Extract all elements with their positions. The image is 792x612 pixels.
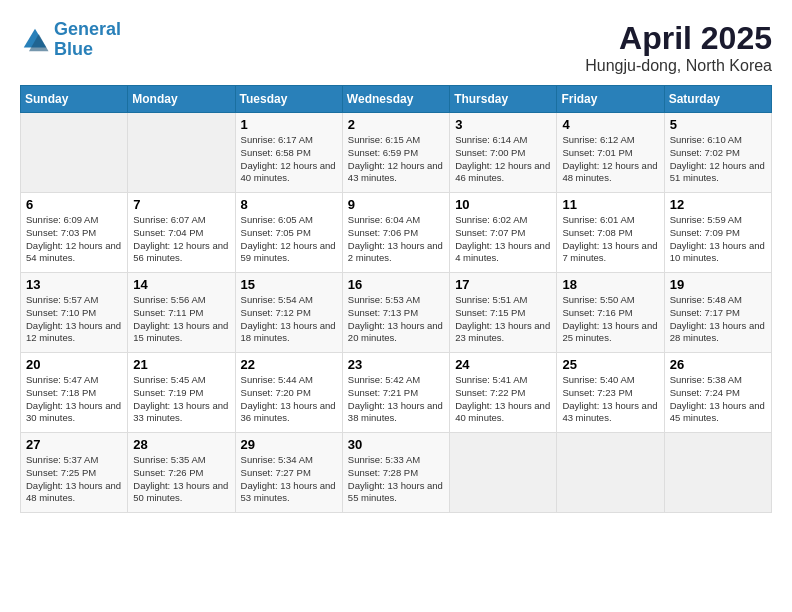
calendar-week-row: 13Sunrise: 5:57 AMSunset: 7:10 PMDayligh… [21, 273, 772, 353]
weekday-header: Tuesday [235, 86, 342, 113]
day-number: 30 [348, 437, 444, 452]
calendar-cell: 16Sunrise: 5:53 AMSunset: 7:13 PMDayligh… [342, 273, 449, 353]
day-number: 23 [348, 357, 444, 372]
weekday-header: Sunday [21, 86, 128, 113]
calendar-week-row: 1Sunrise: 6:17 AMSunset: 6:58 PMDaylight… [21, 113, 772, 193]
day-number: 9 [348, 197, 444, 212]
weekday-header: Saturday [664, 86, 771, 113]
day-info: Sunrise: 5:41 AMSunset: 7:22 PMDaylight:… [455, 374, 551, 425]
day-number: 8 [241, 197, 337, 212]
day-info: Sunrise: 5:34 AMSunset: 7:27 PMDaylight:… [241, 454, 337, 505]
calendar-cell: 12Sunrise: 5:59 AMSunset: 7:09 PMDayligh… [664, 193, 771, 273]
day-number: 10 [455, 197, 551, 212]
calendar-cell: 5Sunrise: 6:10 AMSunset: 7:02 PMDaylight… [664, 113, 771, 193]
calendar-cell: 1Sunrise: 6:17 AMSunset: 6:58 PMDaylight… [235, 113, 342, 193]
day-info: Sunrise: 5:37 AMSunset: 7:25 PMDaylight:… [26, 454, 122, 505]
day-number: 13 [26, 277, 122, 292]
day-info: Sunrise: 5:59 AMSunset: 7:09 PMDaylight:… [670, 214, 766, 265]
calendar-cell: 29Sunrise: 5:34 AMSunset: 7:27 PMDayligh… [235, 433, 342, 513]
day-info: Sunrise: 6:14 AMSunset: 7:00 PMDaylight:… [455, 134, 551, 185]
calendar-cell: 6Sunrise: 6:09 AMSunset: 7:03 PMDaylight… [21, 193, 128, 273]
calendar-week-row: 6Sunrise: 6:09 AMSunset: 7:03 PMDaylight… [21, 193, 772, 273]
calendar-week-row: 20Sunrise: 5:47 AMSunset: 7:18 PMDayligh… [21, 353, 772, 433]
calendar-cell: 22Sunrise: 5:44 AMSunset: 7:20 PMDayligh… [235, 353, 342, 433]
calendar-header-row: SundayMondayTuesdayWednesdayThursdayFrid… [21, 86, 772, 113]
weekday-header: Monday [128, 86, 235, 113]
day-number: 7 [133, 197, 229, 212]
day-info: Sunrise: 5:57 AMSunset: 7:10 PMDaylight:… [26, 294, 122, 345]
day-number: 15 [241, 277, 337, 292]
calendar-cell: 18Sunrise: 5:50 AMSunset: 7:16 PMDayligh… [557, 273, 664, 353]
calendar-cell: 24Sunrise: 5:41 AMSunset: 7:22 PMDayligh… [450, 353, 557, 433]
calendar-cell: 9Sunrise: 6:04 AMSunset: 7:06 PMDaylight… [342, 193, 449, 273]
day-info: Sunrise: 5:42 AMSunset: 7:21 PMDaylight:… [348, 374, 444, 425]
day-number: 5 [670, 117, 766, 132]
day-number: 29 [241, 437, 337, 452]
calendar-cell [557, 433, 664, 513]
day-info: Sunrise: 6:17 AMSunset: 6:58 PMDaylight:… [241, 134, 337, 185]
calendar-cell: 26Sunrise: 5:38 AMSunset: 7:24 PMDayligh… [664, 353, 771, 433]
day-info: Sunrise: 5:45 AMSunset: 7:19 PMDaylight:… [133, 374, 229, 425]
calendar-table: SundayMondayTuesdayWednesdayThursdayFrid… [20, 85, 772, 513]
calendar-cell [450, 433, 557, 513]
day-number: 1 [241, 117, 337, 132]
logo-text: General Blue [54, 20, 121, 60]
calendar-cell: 7Sunrise: 6:07 AMSunset: 7:04 PMDaylight… [128, 193, 235, 273]
calendar-cell: 11Sunrise: 6:01 AMSunset: 7:08 PMDayligh… [557, 193, 664, 273]
logo-line2: Blue [54, 39, 93, 59]
weekday-header: Thursday [450, 86, 557, 113]
day-number: 25 [562, 357, 658, 372]
day-number: 26 [670, 357, 766, 372]
calendar-cell: 20Sunrise: 5:47 AMSunset: 7:18 PMDayligh… [21, 353, 128, 433]
calendar-cell: 2Sunrise: 6:15 AMSunset: 6:59 PMDaylight… [342, 113, 449, 193]
day-info: Sunrise: 5:56 AMSunset: 7:11 PMDaylight:… [133, 294, 229, 345]
day-number: 4 [562, 117, 658, 132]
day-info: Sunrise: 5:48 AMSunset: 7:17 PMDaylight:… [670, 294, 766, 345]
day-info: Sunrise: 6:02 AMSunset: 7:07 PMDaylight:… [455, 214, 551, 265]
calendar-week-row: 27Sunrise: 5:37 AMSunset: 7:25 PMDayligh… [21, 433, 772, 513]
calendar-cell: 15Sunrise: 5:54 AMSunset: 7:12 PMDayligh… [235, 273, 342, 353]
day-info: Sunrise: 6:07 AMSunset: 7:04 PMDaylight:… [133, 214, 229, 265]
day-number: 19 [670, 277, 766, 292]
month-title: April 2025 [585, 20, 772, 57]
day-info: Sunrise: 5:44 AMSunset: 7:20 PMDaylight:… [241, 374, 337, 425]
calendar-cell: 30Sunrise: 5:33 AMSunset: 7:28 PMDayligh… [342, 433, 449, 513]
day-info: Sunrise: 6:05 AMSunset: 7:05 PMDaylight:… [241, 214, 337, 265]
day-info: Sunrise: 5:51 AMSunset: 7:15 PMDaylight:… [455, 294, 551, 345]
day-number: 12 [670, 197, 766, 212]
page-header: General Blue April 2025 Hungju-dong, Nor… [20, 20, 772, 75]
title-block: April 2025 Hungju-dong, North Korea [585, 20, 772, 75]
logo: General Blue [20, 20, 121, 60]
day-number: 18 [562, 277, 658, 292]
day-number: 16 [348, 277, 444, 292]
day-info: Sunrise: 6:12 AMSunset: 7:01 PMDaylight:… [562, 134, 658, 185]
day-info: Sunrise: 5:50 AMSunset: 7:16 PMDaylight:… [562, 294, 658, 345]
weekday-header: Wednesday [342, 86, 449, 113]
day-info: Sunrise: 6:09 AMSunset: 7:03 PMDaylight:… [26, 214, 122, 265]
calendar-cell [21, 113, 128, 193]
day-info: Sunrise: 5:35 AMSunset: 7:26 PMDaylight:… [133, 454, 229, 505]
day-number: 17 [455, 277, 551, 292]
day-number: 28 [133, 437, 229, 452]
day-number: 20 [26, 357, 122, 372]
calendar-cell: 28Sunrise: 5:35 AMSunset: 7:26 PMDayligh… [128, 433, 235, 513]
day-info: Sunrise: 5:54 AMSunset: 7:12 PMDaylight:… [241, 294, 337, 345]
day-number: 11 [562, 197, 658, 212]
day-info: Sunrise: 5:47 AMSunset: 7:18 PMDaylight:… [26, 374, 122, 425]
day-number: 14 [133, 277, 229, 292]
day-info: Sunrise: 6:15 AMSunset: 6:59 PMDaylight:… [348, 134, 444, 185]
day-number: 21 [133, 357, 229, 372]
weekday-header: Friday [557, 86, 664, 113]
calendar-cell: 10Sunrise: 6:02 AMSunset: 7:07 PMDayligh… [450, 193, 557, 273]
calendar-cell: 3Sunrise: 6:14 AMSunset: 7:00 PMDaylight… [450, 113, 557, 193]
day-number: 6 [26, 197, 122, 212]
day-info: Sunrise: 5:38 AMSunset: 7:24 PMDaylight:… [670, 374, 766, 425]
calendar-cell: 17Sunrise: 5:51 AMSunset: 7:15 PMDayligh… [450, 273, 557, 353]
day-number: 22 [241, 357, 337, 372]
calendar-cell: 25Sunrise: 5:40 AMSunset: 7:23 PMDayligh… [557, 353, 664, 433]
calendar-cell: 14Sunrise: 5:56 AMSunset: 7:11 PMDayligh… [128, 273, 235, 353]
day-info: Sunrise: 5:53 AMSunset: 7:13 PMDaylight:… [348, 294, 444, 345]
location: Hungju-dong, North Korea [585, 57, 772, 75]
day-info: Sunrise: 6:10 AMSunset: 7:02 PMDaylight:… [670, 134, 766, 185]
day-info: Sunrise: 6:04 AMSunset: 7:06 PMDaylight:… [348, 214, 444, 265]
